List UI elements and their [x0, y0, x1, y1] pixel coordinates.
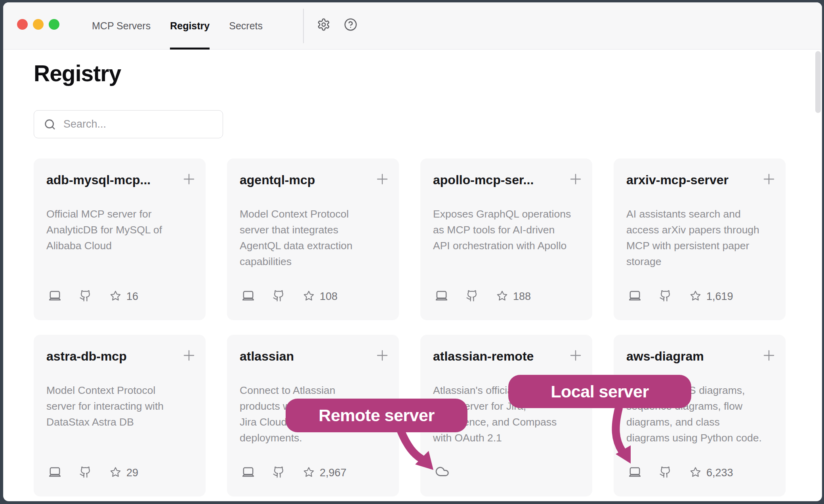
laptop-icon	[241, 465, 255, 481]
server-description: Connect to Atlassian products with suppo…	[240, 382, 355, 446]
desktop-background: MCP Servers Registry Secrets Registry	[0, 0, 824, 504]
star-count: 1,619	[706, 290, 733, 303]
server-description: Model Context Protocol server that integ…	[240, 206, 353, 269]
active-tab-underline	[170, 48, 210, 50]
star-count: 16	[126, 290, 138, 303]
tab-secrets[interactable]: Secrets	[229, 2, 263, 50]
github-icon[interactable]	[659, 290, 671, 304]
search-input[interactable]	[63, 111, 218, 138]
add-server-button[interactable]	[762, 172, 776, 186]
server-card-atlassian-remote[interactable]: atlassian-remote Atlassian's official re…	[420, 335, 592, 496]
search-icon	[44, 118, 56, 131]
server-name: arxiv-mcp-server	[626, 172, 729, 188]
titlebar: MCP Servers Registry Secrets	[3, 2, 822, 50]
add-server-button[interactable]	[568, 348, 583, 363]
add-server-button[interactable]	[762, 348, 776, 363]
server-description: AI assistants search and access arXiv pa…	[626, 206, 759, 269]
page-title: Registry	[34, 60, 121, 86]
laptop-icon	[628, 289, 642, 304]
star-icon	[303, 466, 315, 479]
github-icon[interactable]	[273, 466, 285, 480]
star-icon	[303, 290, 315, 303]
github-icon[interactable]	[273, 290, 285, 304]
server-name: aws-diagram	[626, 348, 704, 364]
server-description: Model Context Protocol server for intera…	[46, 382, 164, 430]
settings-gear-icon[interactable]	[317, 18, 330, 31]
star-count: 2,967	[320, 467, 347, 479]
star-count: 188	[513, 290, 531, 303]
scrollbar-thumb[interactable]	[815, 51, 821, 113]
server-description: Generate AWS diagrams, sequence diagrams…	[626, 382, 762, 446]
server-name: atlassian	[240, 348, 294, 364]
add-server-button[interactable]	[568, 172, 583, 186]
toolbar-divider	[303, 9, 304, 43]
add-server-button[interactable]	[182, 348, 196, 363]
server-name: adb-mysql-mcp...	[46, 172, 151, 188]
add-server-button[interactable]	[182, 172, 196, 186]
star-count: 108	[320, 290, 338, 303]
zoom-button[interactable]	[49, 19, 59, 30]
laptop-icon	[48, 465, 62, 481]
laptop-icon	[241, 289, 255, 304]
server-card-atlassian[interactable]: atlassian Connect to Atlassian products …	[227, 335, 399, 496]
add-server-button[interactable]	[375, 172, 389, 186]
traffic-lights	[17, 19, 59, 30]
app-window: MCP Servers Registry Secrets Registry	[3, 2, 822, 501]
tab-registry[interactable]: Registry	[170, 2, 210, 50]
server-name: agentql-mcp	[240, 172, 315, 188]
github-icon[interactable]	[79, 466, 92, 480]
server-description: Atlassian's official remote MCP server f…	[433, 382, 557, 446]
star-icon	[496, 290, 508, 303]
close-button[interactable]	[17, 19, 28, 30]
star-icon	[110, 290, 121, 303]
star-count: 29	[126, 467, 138, 479]
server-card-apollo-mcp-server[interactable]: apollo-mcp-ser... Exposes GraphQL operat…	[420, 158, 592, 320]
server-name: astra-db-mcp	[46, 348, 127, 364]
nav-tabs: MCP Servers Registry Secrets	[92, 2, 263, 50]
star-icon	[110, 466, 121, 479]
star-icon	[690, 466, 701, 479]
server-name: apollo-mcp-ser...	[433, 172, 534, 188]
tab-mcp-servers[interactable]: MCP Servers	[92, 2, 151, 50]
star-count: 6,233	[706, 467, 733, 479]
minimize-button[interactable]	[33, 19, 44, 30]
help-icon[interactable]	[344, 18, 357, 31]
server-description: Exposes GraphQL operations as MCP tools …	[433, 206, 571, 254]
server-card-aws-diagram[interactable]: aws-diagram Generate AWS diagrams, seque…	[614, 335, 786, 496]
cloud-icon	[435, 464, 450, 481]
github-icon[interactable]	[659, 466, 671, 480]
star-icon	[690, 290, 701, 303]
add-server-button[interactable]	[375, 348, 389, 363]
server-card-arxiv-mcp-server[interactable]: arxiv-mcp-server AI assistants search an…	[614, 158, 786, 320]
laptop-icon	[48, 289, 62, 304]
laptop-icon	[628, 465, 642, 481]
search-box	[34, 110, 223, 138]
github-icon[interactable]	[466, 290, 478, 304]
server-card-astra-db-mcp[interactable]: astra-db-mcp Model Context Protocol serv…	[34, 335, 206, 496]
server-card-adb-mysql-mcp[interactable]: adb-mysql-mcp... Official MCP server for…	[34, 158, 206, 320]
github-icon[interactable]	[79, 290, 92, 304]
server-card-agentql-mcp[interactable]: agentql-mcp Model Context Protocol serve…	[227, 158, 399, 320]
server-description: Official MCP server for AnalyticDB for M…	[46, 206, 162, 254]
laptop-icon	[435, 289, 448, 304]
server-card-grid: adb-mysql-mcp... Official MCP server for…	[34, 158, 786, 496]
server-name: atlassian-remote	[433, 348, 534, 364]
